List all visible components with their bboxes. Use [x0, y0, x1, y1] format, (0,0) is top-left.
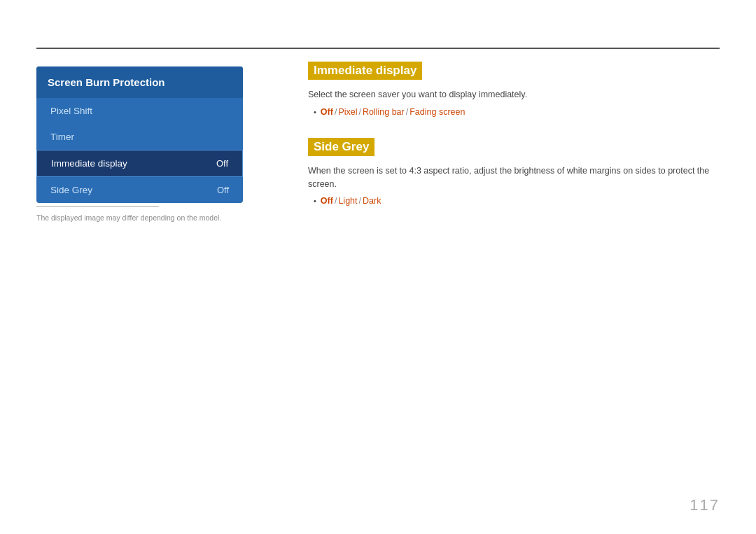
menu-item-value: Off [217, 185, 229, 195]
section-side-grey: Side Grey When the screen is set to 4:3 … [308, 138, 720, 206]
section-immediate-display: Immediate display Select the screen save… [308, 62, 720, 117]
option-pixel: Pixel [338, 107, 357, 117]
menu-item-side-grey[interactable]: Side Grey Off [36, 177, 243, 203]
menu-item-immediate-display[interactable]: Immediate display Off [36, 150, 243, 177]
menu-item-label: Pixel Shift [50, 106, 92, 116]
bullet-icon: • [314, 197, 316, 205]
section-desc-side-grey: When the screen is set to 4:3 aspect rat… [308, 164, 720, 191]
page-number: 117 [690, 496, 720, 514]
separator: / [406, 107, 408, 117]
footnote: The displayed image may differ depending… [36, 213, 221, 222]
section-desc-immediate: Select the screen saver you want to disp… [308, 88, 720, 101]
menu-item-label: Side Grey [50, 185, 92, 195]
menu-item-pixel-shift[interactable]: Pixel Shift [36, 98, 243, 124]
separator: / [335, 107, 337, 117]
section-options-side-grey: • Off / Light / Dark [314, 196, 720, 206]
menu-title: Screen Burn Protection [36, 66, 243, 98]
right-panel: Immediate display Select the screen save… [308, 62, 720, 227]
menu-box: Screen Burn Protection Pixel Shift Timer… [36, 66, 243, 203]
menu-item-timer[interactable]: Timer [36, 124, 243, 150]
menu-item-label: Timer [50, 132, 74, 142]
option-fading-screen: Fading screen [410, 107, 465, 117]
option-dark: Dark [363, 196, 381, 206]
left-panel: Screen Burn Protection Pixel Shift Timer… [36, 66, 243, 203]
footnote-divider [36, 206, 159, 207]
section-heading-side-grey: Side Grey [308, 138, 374, 156]
section-heading-immediate: Immediate display [308, 62, 422, 80]
separator: / [359, 107, 361, 117]
option-off-grey: Off [321, 196, 333, 206]
option-off: Off [321, 107, 333, 117]
separator: / [335, 196, 337, 206]
option-light: Light [338, 196, 357, 206]
separator: / [359, 196, 361, 206]
option-rolling-bar: Rolling bar [363, 107, 405, 117]
menu-item-value: Off [216, 158, 228, 169]
bullet-icon: • [314, 108, 316, 116]
section-options-immediate: • Off / Pixel / Rolling bar / Fading scr… [314, 107, 720, 117]
menu-item-label: Immediate display [51, 158, 127, 169]
top-divider [36, 48, 720, 49]
